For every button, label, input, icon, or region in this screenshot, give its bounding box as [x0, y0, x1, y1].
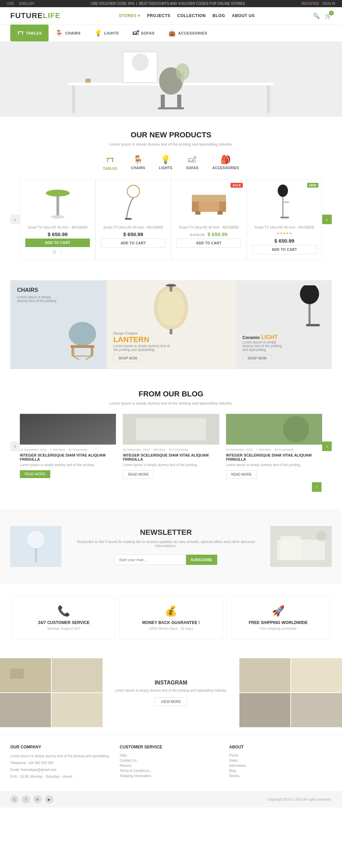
product-price-2: $ 650.99 [123, 231, 143, 237]
blog-card-1: 16 December, 2016 7 400 likes 20 Comment… [20, 414, 116, 478]
footer-link-stocks[interactable]: Stocks [229, 774, 332, 778]
blog-carousel-next[interactable]: › [322, 442, 332, 451]
prod-cat-sofas[interactable]: 🛋 SOFAS [186, 155, 198, 171]
prod-cat-chairs[interactable]: 🪑 CHAIRS [131, 155, 145, 171]
add-to-cart-button-1[interactable]: ADD TO CART [25, 239, 90, 247]
footer-link-contact[interactable]: Contact Us [120, 759, 222, 762]
money-back-icon: 💰 [165, 605, 177, 617]
newsletter-section: NEWSLETTER Subscribe to the FutureLife m… [0, 509, 342, 584]
newsletter-right-img [270, 526, 332, 567]
currency-selector[interactable]: USD [7, 2, 14, 5]
cat-nav-tables[interactable]: TABLES [10, 25, 49, 41]
social-twitter[interactable]: 𝕏 [10, 795, 18, 803]
footer-col-company-title: OUR COMPANY [10, 745, 113, 749]
prod-cat-accessories[interactable]: 🎒 ACCESSORIES [212, 155, 239, 171]
newsletter-right-svg [270, 526, 332, 567]
svg-point-45 [166, 284, 176, 287]
register-link[interactable]: REGISTER [302, 2, 319, 5]
nav-stores[interactable]: STORES ▾ [119, 13, 140, 18]
feature-card-shipping: 🚀 FREE SHIPPING WORLDWIDE Free shipping … [226, 596, 330, 639]
carousel-prev-button[interactable]: ‹ [10, 215, 20, 224]
newsletter-subscribe-button[interactable]: SUBSCRIBE [186, 555, 217, 565]
instagram-img-2[interactable] [52, 658, 103, 692]
svg-point-42 [157, 289, 185, 326]
footer-link-shipping[interactable]: Shipping Information [120, 774, 222, 778]
nav-collection[interactable]: COLLECTION [177, 13, 206, 18]
product-card-3: SALE Smart TV Ultra HD 40 Inch - 40US800… [171, 179, 247, 260]
read-more-button-3[interactable]: READ MORE [226, 470, 257, 479]
social-facebook[interactable]: f [22, 795, 30, 803]
social-youtube[interactable]: ▶ [45, 795, 53, 803]
footer-col-about-title: ABOUT [229, 745, 332, 749]
product-image-2 [101, 185, 166, 222]
blog-excerpt-2: Lorem ipsum is simply dummy text of the … [123, 463, 219, 467]
add-to-cart-button-3[interactable]: ADD TO CART [176, 239, 241, 248]
nav-projects[interactable]: PROJECTS [147, 13, 171, 18]
nav-about[interactable]: ABOUT US [232, 13, 255, 18]
product-title-2: Smart TV Ultra HD 40 Inch - 40US8000 [103, 226, 163, 229]
svg-rect-2 [22, 32, 23, 35]
shop-now-lantern-button[interactable]: SHOP NOW [113, 354, 142, 362]
instagram-img-8[interactable] [291, 693, 342, 727]
logo[interactable]: FUTURELIFE [10, 11, 61, 20]
blog-card-3: 16 December, 2016 7 400 likes 20 Comment… [226, 414, 322, 479]
footer-company-text: Lorem Ipsum is simply dummy text of the … [10, 754, 113, 759]
read-more-button-2[interactable]: READ MORE [123, 470, 154, 479]
svg-point-34 [69, 322, 96, 346]
shop-now-ceramic-button[interactable]: SHOP NOW [242, 354, 272, 362]
footer-link-prices[interactable]: Prices [229, 754, 332, 757]
blog-subtitle: Lorem Ipsum is simply dummy text of the … [10, 401, 332, 405]
instagram-img-4[interactable] [52, 693, 103, 727]
cat-nav-chairs[interactable]: 🪑 CHAIRS [49, 25, 88, 41]
footer-link-help[interactable]: Help [120, 754, 222, 757]
blog-carousel-prev[interactable]: ‹ [10, 442, 20, 451]
instagram-view-more-button[interactable]: VIEW MORE [155, 697, 187, 706]
instagram-img-6[interactable] [291, 658, 342, 692]
footer-link-terms[interactable]: Terms & Conditions... [120, 769, 222, 773]
footer-link-information[interactable]: Information [229, 764, 332, 768]
svg-rect-17 [107, 159, 108, 162]
wishlist-icon-1[interactable]: ♡ [59, 249, 63, 254]
instagram-img-1[interactable] [0, 658, 51, 692]
compare-icon-1[interactable]: ⚖ [52, 249, 56, 254]
footer-link-sales[interactable]: Sales [229, 759, 332, 762]
search-icon[interactable]: 🔍 [313, 13, 320, 19]
carousel-next-button[interactable]: › [322, 215, 332, 224]
language-selector[interactable]: ENGLISH [19, 2, 34, 5]
top-bar-right: REGISTER SIGN IN [302, 2, 335, 5]
blog-image-3 [226, 414, 322, 445]
svg-point-55 [27, 531, 44, 548]
cat-nav-sofas[interactable]: 🛋 SOFAS [126, 25, 161, 41]
cat-nav-accessories[interactable]: 👜 ACCESSORIES [161, 25, 214, 41]
products-carousel: ‹ Smart TV Ultra HD 40 Inch - 40US8000 $… [10, 179, 332, 260]
instagram-title: INSTAGRAM [155, 680, 187, 686]
cat-nav-lights[interactable]: 💡 LIGHTS [88, 25, 126, 41]
read-more-button-1[interactable]: READ MORE [20, 470, 50, 478]
feature-text-shipping: Free shipping worldwide [260, 627, 297, 630]
add-to-cart-button-4[interactable]: ADD TO CART [252, 245, 317, 254]
cart-icon[interactable]: 🛒 2 [325, 13, 332, 19]
footer-bottom: 𝕏 f in ▶ Copyright 2016 © 2016 All right… [0, 791, 342, 808]
nav-blog[interactable]: BLOG [212, 13, 225, 18]
signin-link[interactable]: SIGN IN [323, 2, 335, 5]
newsletter-email-input[interactable] [115, 555, 186, 565]
scroll-to-top-button[interactable]: ↑ [312, 482, 321, 492]
instagram-img-3[interactable] [0, 693, 51, 727]
top-bar: USD ENGLISH USE VOUCHER CODE 25% | BEST … [0, 0, 342, 7]
prod-cat-tables[interactable]: TABLES [103, 155, 117, 171]
accessories-icon: 👜 [168, 29, 176, 37]
prod-cat-accessories-label: ACCESSORIES [212, 166, 239, 170]
instagram-img-5[interactable] [239, 658, 290, 692]
footer-link-blog[interactable]: Blog [229, 769, 332, 773]
footer-link-returns[interactable]: Returns [120, 764, 222, 768]
social-linkedin[interactable]: in [34, 795, 42, 803]
add-to-cart-button-2[interactable]: ADD TO CART [101, 239, 166, 248]
product-price-3: $ 670.99 $ 650.99 [190, 231, 227, 237]
footer-contact-hours: 9:00 - 18:00, Monday - Saturday - closed [10, 774, 113, 779]
new-products-section: OUR NEW PRODUCTS Lorem Ipsum is simply d… [0, 117, 342, 273]
prod-cat-lights[interactable]: 💡 LIGHTS [159, 155, 173, 171]
blog-comments-2: 20 Comments [169, 448, 188, 451]
svg-rect-29 [218, 211, 223, 215]
footer-col-customer-service-title: CUSTOMER SERVICE [120, 745, 222, 749]
instagram-img-7[interactable] [239, 693, 290, 727]
